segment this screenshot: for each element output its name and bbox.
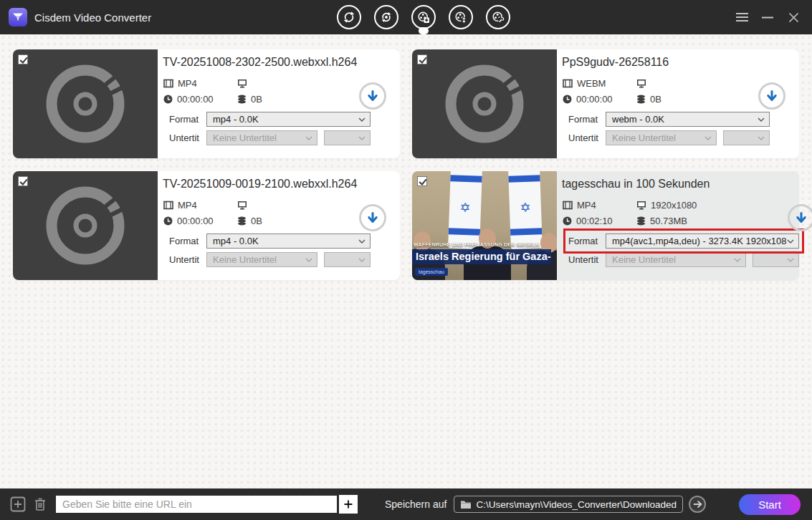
disc-placeholder-icon (441, 60, 528, 148)
monitor-icon (636, 79, 646, 88)
video-thumbnail (13, 49, 158, 158)
app-logo-icon (9, 8, 27, 27)
israel-flag-icon: ✡ (448, 171, 482, 249)
format-row-highlighted: Format mp4(avc1,mp4a,deu) - 3273.4K 1920… (568, 233, 799, 249)
duration-value: 00:02:10 (576, 216, 613, 226)
storage-icon (636, 95, 646, 104)
minimize-button[interactable] (760, 10, 775, 24)
chevron-down-icon (758, 117, 765, 122)
subtitle-lang-select (324, 130, 371, 145)
monitor-icon (237, 79, 247, 88)
duration-meta: 00:02:10 (563, 216, 636, 226)
chevron-down-icon (358, 258, 366, 262)
duration-value: 00:00:00 (177, 216, 214, 226)
format-row: Format mp4 - 0.0K (169, 112, 371, 127)
chevron-down-icon (734, 258, 741, 262)
folder-icon (460, 499, 472, 509)
save-to-label: Speichern auf (385, 499, 446, 510)
video-title: tagesschau in 100 Sekunden (562, 178, 812, 191)
disc-placeholder-icon (42, 182, 129, 269)
duration-value: 00:00:00 (576, 94, 613, 105)
format-meta: MP4 (163, 200, 237, 211)
main-area: TV-20251008-2302-2500.webxxl.h264 MP4 (0, 34, 812, 488)
thumbnail-headline-text: Israels Regierung für Gaza-Deal (412, 249, 551, 264)
subtitle-row: Untertit Keine Untertitel (568, 252, 799, 267)
subtitle-select: Keine Untertitel (606, 252, 746, 267)
download-arrow-icon (765, 90, 778, 102)
tab-video-download[interactable] (411, 5, 436, 29)
film-icon (163, 79, 173, 88)
chevron-down-icon (305, 258, 312, 262)
format-row: Format webm - 0.0K (568, 112, 770, 127)
menu-button[interactable] (735, 10, 749, 24)
chevron-down-icon (305, 136, 312, 140)
clock-icon (163, 95, 173, 104)
download-button[interactable] (788, 204, 812, 231)
chevron-down-icon (358, 117, 366, 122)
video-metadata: MP4 1920x1080 00:02:10 50.73MB (563, 200, 742, 226)
subtitle-lang-select (723, 130, 770, 145)
select-checkbox[interactable] (18, 54, 28, 64)
url-input[interactable] (56, 496, 337, 513)
add-url-button[interactable] (339, 495, 358, 514)
video-title: TV-20251008-2302-2500.webxxl.h264 (163, 56, 386, 69)
start-button[interactable]: Start (739, 494, 801, 515)
video-card-content: TV-20251008-2302-2500.webxxl.h264 MP4 (158, 49, 400, 158)
thumbnail-kicker-text: WAFFENRUHE UND FREILASSUNG DER GEISELN (414, 242, 540, 247)
film-icon (563, 201, 573, 210)
duration-meta: 00:00:00 (163, 216, 237, 226)
select-checkbox[interactable] (417, 54, 427, 64)
monitor-icon (237, 201, 247, 210)
titlebar-nav (337, 0, 510, 34)
tab-dvd-rip[interactable] (374, 5, 398, 29)
minimize-icon (762, 16, 773, 19)
delete-button[interactable] (33, 496, 47, 512)
resolution-meta (237, 200, 343, 211)
format-select[interactable]: webm - 0.0K (606, 112, 770, 127)
close-icon (788, 12, 799, 23)
window-title: Cisdem Video Converter (34, 11, 151, 24)
save-path-selector[interactable]: C:\Users\mayn\Videos_Converter\Downloade… (454, 496, 683, 513)
download-button[interactable] (359, 82, 386, 110)
format-label: Format (568, 114, 606, 125)
download-arrow-icon (795, 211, 808, 224)
select-checkbox[interactable] (417, 176, 427, 186)
format-meta: MP4 (163, 78, 237, 89)
size-value: 0B (650, 94, 661, 105)
storage-icon (237, 95, 247, 104)
tagesschau-badge: tagesschau (415, 268, 448, 276)
subtitle-select: Keine Untertitel (606, 130, 717, 145)
tab-video-compress[interactable] (449, 5, 473, 29)
compress-reel-icon (454, 9, 467, 25)
open-folder-button[interactable] (689, 496, 706, 513)
save-path-value: C:\Users\mayn\Videos_Converter\Downloade… (476, 499, 677, 510)
video-card: TV-20251009-0019-2100.webxxl.h264 MP4 (13, 171, 400, 280)
format-select[interactable]: mp4(avc1,mp4a,deu) - 3273.4K 1920x108 (606, 233, 799, 249)
tab-video-convert[interactable] (337, 5, 361, 29)
size-value: 50.73MB (650, 216, 687, 226)
format-label: Format (169, 236, 206, 246)
format-select[interactable]: mp4 - 0.0K (206, 233, 371, 249)
video-card: ✡ ✡ WAFFENRUHE UND FREILASSUNG DER GEISE… (412, 171, 799, 280)
subtitle-lang-select (324, 252, 371, 267)
size-value: 0B (251, 216, 262, 226)
format-select[interactable]: mp4 - 0.0K (206, 112, 371, 127)
chevron-down-icon (787, 239, 794, 244)
add-files-button[interactable] (10, 496, 26, 512)
select-checkbox[interactable] (18, 176, 28, 186)
tab-video-toolbox[interactable] (486, 5, 510, 29)
close-button[interactable] (786, 10, 801, 24)
format-value: MP4 (577, 200, 596, 211)
duration-value: 00:00:00 (177, 94, 214, 105)
plus-icon (343, 498, 353, 511)
video-title: TV-20251009-0019-2100.webxxl.h264 (163, 178, 386, 191)
size-meta: 50.73MB (636, 216, 742, 226)
format-value: MP4 (178, 200, 197, 211)
download-button[interactable] (359, 204, 386, 231)
download-button[interactable] (758, 82, 785, 110)
rip-icon (380, 9, 393, 25)
video-thumbnail (13, 171, 158, 280)
subtitle-row: Untertit Keine Untertitel (169, 130, 371, 145)
titlebar: Cisdem Video Converter (0, 0, 812, 34)
size-meta: 0B (237, 216, 343, 226)
